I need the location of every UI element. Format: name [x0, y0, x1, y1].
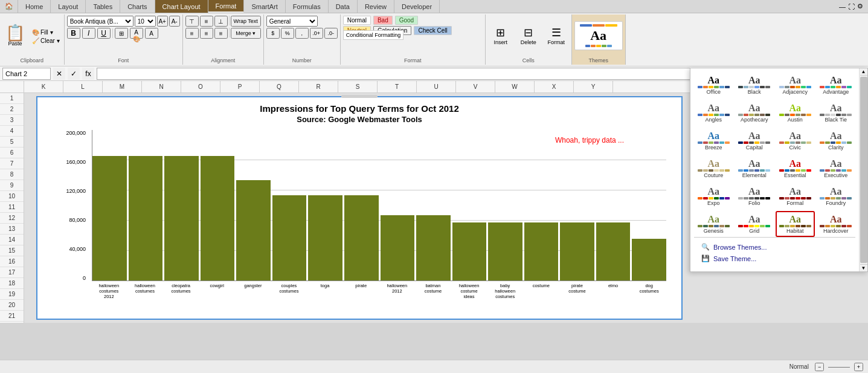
- theme-genesis[interactable]: Aa Genesis: [694, 211, 733, 237]
- row-14[interactable]: 14: [0, 235, 24, 245]
- number-format-select[interactable]: General: [266, 16, 318, 27]
- theme-adjacency[interactable]: Aa Adjacency: [776, 72, 815, 98]
- row-1[interactable]: 1: [0, 93, 24, 104]
- font-color-button[interactable]: A: [145, 28, 158, 39]
- row-21[interactable]: 21: [0, 311, 24, 322]
- align-top-button[interactable]: ⊤: [185, 16, 199, 27]
- browse-themes-button[interactable]: 🔍 Office Browse Themes...: [699, 241, 850, 253]
- row-6[interactable]: 6: [0, 148, 24, 158]
- tab-developer[interactable]: Developer: [394, 0, 440, 13]
- col-header-U[interactable]: U: [417, 81, 456, 92]
- col-header-L[interactable]: L: [63, 81, 103, 92]
- merge-button[interactable]: Merge ▾: [231, 28, 261, 39]
- font-increase-button[interactable]: A+: [157, 16, 168, 27]
- conditional-formatting-button[interactable]: Conditional Formatting: [341, 15, 407, 55]
- tab-chart-layout[interactable]: Chart Layout: [155, 0, 208, 13]
- theme-couture[interactable]: Aa Couture: [694, 155, 733, 181]
- format-button[interactable]: ☰ Format: [544, 18, 569, 53]
- theme-formal[interactable]: Aa Formal: [776, 183, 815, 209]
- row-9[interactable]: 9: [0, 180, 24, 191]
- align-bottom-button[interactable]: ⊥: [214, 16, 228, 27]
- col-header-M[interactable]: M: [103, 81, 142, 92]
- wrap-text-button[interactable]: Wrap Text: [231, 16, 261, 27]
- theme-breeze[interactable]: Aa Breeze: [694, 128, 733, 154]
- fill-button[interactable]: 🎨 Fill ▾: [30, 28, 62, 36]
- insert-function-button[interactable]: fx: [82, 68, 94, 80]
- paste-button[interactable]: 📋 Paste: [2, 18, 28, 53]
- row-3[interactable]: 3: [0, 115, 24, 126]
- row-7[interactable]: 7: [0, 158, 24, 169]
- row-15[interactable]: 15: [0, 245, 24, 256]
- font-decrease-button[interactable]: A-: [169, 16, 180, 27]
- theme-apothecary[interactable]: Aa Apothecary: [735, 100, 774, 126]
- increase-decimal-button[interactable]: .0+: [310, 28, 323, 39]
- maximize-icon[interactable]: ⛶: [848, 3, 855, 10]
- theme-grid[interactable]: Aa Grid: [735, 211, 774, 237]
- insert-button[interactable]: ⊞ Insert: [488, 18, 513, 53]
- themes-button[interactable]: Aa: [574, 21, 623, 50]
- save-theme-button[interactable]: 💾 Save Theme...: [699, 253, 850, 264]
- col-header-O[interactable]: O: [181, 81, 220, 92]
- theme-expo[interactable]: Aa Expo: [694, 183, 733, 209]
- col-header-V[interactable]: V: [456, 81, 495, 92]
- cancel-formula-button[interactable]: ✕: [53, 68, 65, 80]
- row-16[interactable]: 16: [0, 256, 24, 267]
- tab-layout[interactable]: Layout: [51, 0, 86, 13]
- tab-data[interactable]: Data: [329, 0, 358, 13]
- col-header-Y[interactable]: Y: [574, 81, 613, 92]
- settings-icon[interactable]: ⚙: [857, 2, 863, 10]
- bold-button[interactable]: B: [67, 28, 80, 39]
- align-right-button[interactable]: ≡: [214, 28, 228, 39]
- row-10[interactable]: 10: [0, 191, 24, 202]
- row-19[interactable]: 19: [0, 289, 24, 300]
- row-8[interactable]: 8: [0, 169, 24, 180]
- themes-scroll-thumb[interactable]: [860, 77, 867, 263]
- tab-format[interactable]: Format: [208, 0, 245, 13]
- decrease-decimal-button[interactable]: .0-: [324, 28, 338, 39]
- theme-black[interactable]: Aa Black: [735, 72, 774, 98]
- tab-smartart[interactable]: SmartArt: [244, 0, 285, 13]
- themes-scrollbar[interactable]: ▲ ▼: [859, 68, 867, 271]
- chart-container[interactable]: Impressions for Top Query Terms for Oct …: [36, 96, 683, 320]
- col-header-Q[interactable]: Q: [260, 81, 299, 92]
- theme-hardcover[interactable]: Aa Hardcover: [817, 211, 856, 237]
- theme-habitat[interactable]: Aa Habitat: [776, 211, 815, 237]
- row-4[interactable]: 4: [0, 126, 24, 137]
- name-box[interactable]: [2, 68, 51, 80]
- clear-button[interactable]: 🧹 Clear ▾: [30, 37, 62, 45]
- theme-advantage[interactable]: Aa Advantage: [817, 72, 856, 98]
- row-20[interactable]: 20: [0, 300, 24, 311]
- row-18[interactable]: 18: [0, 278, 24, 289]
- theme-clarity[interactable]: Aa Clarity: [817, 128, 856, 154]
- col-header-P[interactable]: P: [220, 81, 260, 92]
- font-size-select[interactable]: 10: [135, 16, 156, 27]
- theme-black-tie[interactable]: Aa Black Tie: [817, 100, 856, 126]
- theme-executive[interactable]: Aa Executive: [817, 155, 856, 181]
- window-controls[interactable]: — ⛶ ⚙: [834, 0, 868, 13]
- underline-button[interactable]: U: [97, 28, 111, 39]
- theme-capital[interactable]: Aa Capital: [735, 128, 774, 154]
- row-5[interactable]: 5: [0, 137, 24, 148]
- tab-home[interactable]: Home: [18, 0, 51, 13]
- theme-austin[interactable]: Aa Austin: [776, 100, 815, 126]
- tab-formulas[interactable]: Formulas: [286, 0, 329, 13]
- align-center-button[interactable]: ≡: [200, 28, 213, 39]
- currency-button[interactable]: $: [266, 28, 280, 39]
- comma-button[interactable]: ,: [295, 28, 309, 39]
- themes-scroll-down[interactable]: ▼: [860, 264, 867, 271]
- tab-review[interactable]: Review: [358, 0, 394, 13]
- row-13[interactable]: 13: [0, 224, 24, 235]
- theme-civic[interactable]: Aa Civic: [776, 128, 815, 154]
- minimize-icon[interactable]: —: [839, 3, 846, 10]
- align-middle-button[interactable]: ≡: [200, 16, 213, 27]
- row-11[interactable]: 11: [0, 202, 24, 213]
- col-header-R[interactable]: R: [299, 81, 338, 92]
- col-header-W[interactable]: W: [495, 81, 535, 92]
- theme-angles[interactable]: Aa Angles: [694, 100, 733, 126]
- confirm-formula-button[interactable]: ✓: [68, 68, 80, 80]
- delete-button[interactable]: ⊟ Delete: [516, 18, 541, 53]
- row-17[interactable]: 17: [0, 267, 24, 278]
- col-header-N[interactable]: N: [142, 81, 181, 92]
- italic-button[interactable]: I: [82, 28, 95, 39]
- align-left-button[interactable]: ≡: [185, 28, 199, 39]
